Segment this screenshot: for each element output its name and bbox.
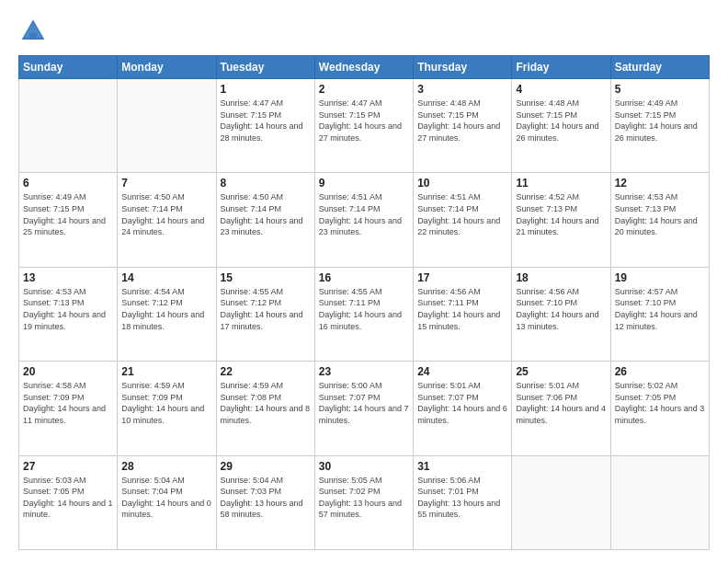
day-info: Sunrise: 4:48 AM Sunset: 7:15 PM Dayligh… (417, 98, 507, 144)
day-number: 25 (516, 365, 606, 378)
table-cell: 3Sunrise: 4:48 AM Sunset: 7:15 PM Daylig… (414, 79, 512, 173)
col-saturday: Saturday (610, 56, 709, 79)
table-cell: 16Sunrise: 4:55 AM Sunset: 7:11 PM Dayli… (314, 267, 413, 361)
table-cell: 31Sunrise: 5:06 AM Sunset: 7:01 PM Dayli… (414, 455, 512, 549)
table-cell: 1Sunrise: 4:47 AM Sunset: 7:15 PM Daylig… (216, 79, 314, 173)
day-info: Sunrise: 5:01 AM Sunset: 7:06 PM Dayligh… (516, 380, 606, 426)
table-cell: 4Sunrise: 4:48 AM Sunset: 7:15 PM Daylig… (512, 79, 610, 173)
day-number: 5 (615, 83, 705, 96)
svg-rect-2 (29, 33, 36, 40)
col-thursday: Thursday (414, 56, 512, 79)
calendar-row: 1Sunrise: 4:47 AM Sunset: 7:15 PM Daylig… (19, 79, 710, 173)
table-cell: 27Sunrise: 5:03 AM Sunset: 7:05 PM Dayli… (19, 455, 118, 549)
col-tuesday: Tuesday (216, 56, 314, 79)
day-number: 1 (221, 83, 311, 96)
table-cell: 20Sunrise: 4:58 AM Sunset: 7:09 PM Dayli… (19, 362, 118, 455)
table-cell: 6Sunrise: 4:49 AM Sunset: 7:15 PM Daylig… (19, 173, 118, 267)
day-info: Sunrise: 5:05 AM Sunset: 7:02 PM Dayligh… (319, 475, 409, 521)
table-cell: 25Sunrise: 5:01 AM Sunset: 7:06 PM Dayli… (512, 362, 610, 455)
day-number: 18 (516, 271, 606, 284)
day-info: Sunrise: 4:58 AM Sunset: 7:09 PM Dayligh… (23, 380, 113, 426)
day-number: 23 (319, 365, 409, 378)
day-number: 31 (417, 460, 507, 473)
table-cell: 15Sunrise: 4:55 AM Sunset: 7:12 PM Dayli… (216, 267, 314, 361)
day-number: 17 (417, 271, 507, 284)
day-number: 14 (121, 271, 211, 284)
day-number: 21 (121, 365, 211, 378)
logo (18, 17, 51, 46)
day-info: Sunrise: 4:47 AM Sunset: 7:15 PM Dayligh… (221, 98, 311, 144)
header-row: Sunday Monday Tuesday Wednesday Thursday… (19, 56, 710, 79)
day-info: Sunrise: 4:51 AM Sunset: 7:14 PM Dayligh… (417, 191, 507, 237)
day-info: Sunrise: 4:48 AM Sunset: 7:15 PM Dayligh… (516, 98, 606, 144)
day-number: 29 (221, 460, 311, 473)
day-number: 16 (319, 271, 409, 284)
day-info: Sunrise: 4:49 AM Sunset: 7:15 PM Dayligh… (23, 191, 113, 237)
day-number: 3 (417, 83, 507, 96)
day-info: Sunrise: 4:57 AM Sunset: 7:10 PM Dayligh… (615, 286, 705, 332)
day-number: 26 (615, 365, 705, 378)
table-cell: 12Sunrise: 4:53 AM Sunset: 7:13 PM Dayli… (610, 173, 709, 267)
day-number: 6 (23, 177, 113, 190)
day-info: Sunrise: 5:04 AM Sunset: 7:04 PM Dayligh… (121, 475, 211, 521)
day-info: Sunrise: 5:06 AM Sunset: 7:01 PM Dayligh… (417, 475, 507, 521)
day-info: Sunrise: 4:54 AM Sunset: 7:12 PM Dayligh… (121, 286, 211, 332)
col-sunday: Sunday (19, 56, 118, 79)
day-number: 9 (319, 177, 409, 190)
table-cell: 10Sunrise: 4:51 AM Sunset: 7:14 PM Dayli… (414, 173, 512, 267)
table-cell: 2Sunrise: 4:47 AM Sunset: 7:15 PM Daylig… (314, 79, 413, 173)
day-number: 20 (23, 365, 113, 378)
day-number: 27 (23, 460, 113, 473)
table-cell: 11Sunrise: 4:52 AM Sunset: 7:13 PM Dayli… (512, 173, 610, 267)
day-info: Sunrise: 4:50 AM Sunset: 7:14 PM Dayligh… (121, 191, 211, 237)
day-info: Sunrise: 5:00 AM Sunset: 7:07 PM Dayligh… (319, 380, 409, 426)
table-cell: 21Sunrise: 4:59 AM Sunset: 7:09 PM Dayli… (118, 362, 216, 455)
day-info: Sunrise: 5:03 AM Sunset: 7:05 PM Dayligh… (23, 475, 113, 521)
day-info: Sunrise: 4:59 AM Sunset: 7:08 PM Dayligh… (221, 380, 311, 426)
table-cell (610, 455, 709, 549)
day-number: 8 (221, 177, 311, 190)
table-cell: 22Sunrise: 4:59 AM Sunset: 7:08 PM Dayli… (216, 362, 314, 455)
day-number: 22 (221, 365, 311, 378)
calendar-row: 13Sunrise: 4:53 AM Sunset: 7:13 PM Dayli… (19, 267, 710, 361)
table-cell: 19Sunrise: 4:57 AM Sunset: 7:10 PM Dayli… (610, 267, 709, 361)
day-number: 30 (319, 460, 409, 473)
col-monday: Monday (118, 56, 216, 79)
table-cell: 8Sunrise: 4:50 AM Sunset: 7:14 PM Daylig… (216, 173, 314, 267)
table-cell: 30Sunrise: 5:05 AM Sunset: 7:02 PM Dayli… (314, 455, 413, 549)
day-info: Sunrise: 4:56 AM Sunset: 7:10 PM Dayligh… (516, 286, 606, 332)
table-cell: 14Sunrise: 4:54 AM Sunset: 7:12 PM Dayli… (118, 267, 216, 361)
day-number: 11 (516, 177, 606, 190)
table-cell (118, 79, 216, 173)
table-cell: 9Sunrise: 4:51 AM Sunset: 7:14 PM Daylig… (314, 173, 413, 267)
day-number: 12 (615, 177, 705, 190)
table-cell: 29Sunrise: 5:04 AM Sunset: 7:03 PM Dayli… (216, 455, 314, 549)
day-number: 19 (615, 271, 705, 284)
table-cell: 28Sunrise: 5:04 AM Sunset: 7:04 PM Dayli… (118, 455, 216, 549)
header (18, 17, 710, 46)
day-number: 15 (221, 271, 311, 284)
col-wednesday: Wednesday (314, 56, 413, 79)
col-friday: Friday (512, 56, 610, 79)
table-cell: 5Sunrise: 4:49 AM Sunset: 7:15 PM Daylig… (610, 79, 709, 173)
logo-icon (18, 17, 48, 46)
table-cell: 7Sunrise: 4:50 AM Sunset: 7:14 PM Daylig… (118, 173, 216, 267)
day-number: 10 (417, 177, 507, 190)
day-number: 7 (121, 177, 211, 190)
table-cell (512, 455, 610, 549)
table-cell: 17Sunrise: 4:56 AM Sunset: 7:11 PM Dayli… (414, 267, 512, 361)
day-info: Sunrise: 4:53 AM Sunset: 7:13 PM Dayligh… (615, 191, 705, 237)
day-number: 4 (516, 83, 606, 96)
table-cell (19, 79, 118, 173)
day-number: 2 (319, 83, 409, 96)
table-cell: 18Sunrise: 4:56 AM Sunset: 7:10 PM Dayli… (512, 267, 610, 361)
calendar: Sunday Monday Tuesday Wednesday Thursday… (18, 55, 710, 550)
table-cell: 23Sunrise: 5:00 AM Sunset: 7:07 PM Dayli… (314, 362, 413, 455)
calendar-row: 6Sunrise: 4:49 AM Sunset: 7:15 PM Daylig… (19, 173, 710, 267)
day-info: Sunrise: 4:56 AM Sunset: 7:11 PM Dayligh… (417, 286, 507, 332)
day-info: Sunrise: 5:01 AM Sunset: 7:07 PM Dayligh… (417, 380, 507, 426)
day-number: 24 (417, 365, 507, 378)
day-info: Sunrise: 4:52 AM Sunset: 7:13 PM Dayligh… (516, 191, 606, 237)
day-info: Sunrise: 5:02 AM Sunset: 7:05 PM Dayligh… (615, 380, 705, 426)
page: Sunday Monday Tuesday Wednesday Thursday… (0, 0, 728, 563)
